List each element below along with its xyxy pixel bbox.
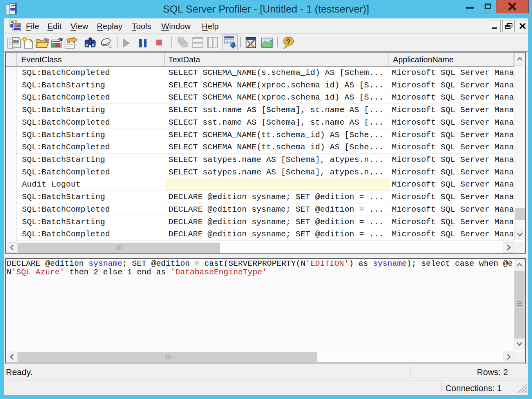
svg-text:?: ? [286, 38, 291, 46]
